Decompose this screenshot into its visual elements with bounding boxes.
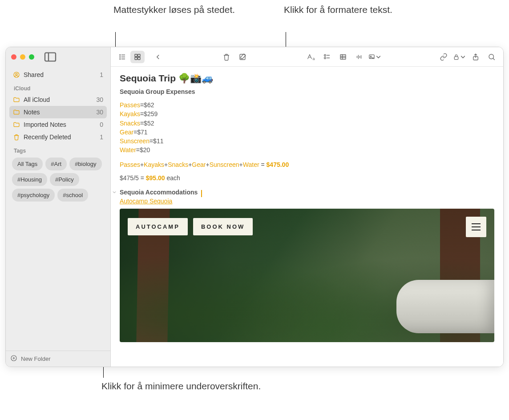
tag-biology[interactable]: #biology [69,158,101,170]
text-cursor [201,190,202,197]
external-link[interactable]: Autocamp Sequoia [120,198,172,205]
format-button[interactable]: a [304,51,318,63]
titlebar-left [6,47,110,67]
tag-housing[interactable]: #Housing [12,173,47,186]
sidebar-section-tags: Tags [14,148,103,154]
expense-list: Passes=$62 Kayaks=$259 Snacks=$52 Gear=$… [120,101,494,155]
expense-row: Sunscreen=$11 [120,137,494,145]
callout-math: Mattestykker løses på stedet. [113,4,235,16]
svg-point-18 [324,54,326,56]
svg-rect-22 [340,54,346,59]
svg-rect-15 [135,57,137,59]
close-button[interactable] [11,54,16,60]
math-formula: Passes+Kayaks+Snacks+Gear+Sunscreen+Wate… [120,161,494,168]
sidebar: Shared 1 iCloud All iCloud 30 Notes 30 [6,47,111,367]
svg-point-3 [16,73,17,75]
sidebar-item-count: 30 [96,96,103,103]
table-button[interactable] [336,51,350,63]
section-heading-text: Sequoia Accommodations [120,189,198,196]
sidebar-item-label: Imported Notes [24,121,66,128]
sidebar-item-count: 30 [96,109,103,116]
shared-icon [13,71,20,78]
note-editor[interactable]: Sequoia Trip 🌳📸🚙 Sequoia Group Expenses … [111,67,503,367]
search-button[interactable] [485,51,499,63]
sidebar-item-shared[interactable]: Shared 1 [9,69,107,81]
sidebar-item-all-icloud[interactable]: All iCloud 30 [9,93,107,106]
callout-format: Klikk for å formatere tekst. [284,4,392,16]
collapsible-heading[interactable]: Sequoia Accommodations [120,189,494,196]
delete-button[interactable] [219,51,234,63]
link-button[interactable] [436,51,451,63]
svg-point-11 [120,57,121,57]
tag-school[interactable]: #school [57,189,88,202]
new-folder-label: New Folder [21,355,50,362]
sidebar-item-imported[interactable]: Imported Notes 0 [9,118,107,131]
new-note-button[interactable] [235,51,250,63]
svg-point-12 [120,58,121,59]
new-folder-button[interactable]: New Folder [6,351,110,367]
svg-point-34 [489,54,494,59]
checklist-button[interactable] [320,51,334,63]
toolbar: a [111,47,503,67]
sidebar-section-icloud: iCloud [14,85,103,92]
note-title-text: Sequoia Trip 🌳📸🚙 [120,73,213,83]
trash-icon [13,133,20,141]
media-button[interactable] [368,51,382,63]
expense-row: Kayaks=$259 [120,109,494,118]
sidebar-item-label: Shared [24,71,44,78]
folder-icon [13,96,20,103]
svg-rect-13 [135,54,137,57]
web-attachment[interactable]: AUTOCAMP BOOK NOW [120,209,494,342]
sidebar-toggle-button[interactable] [43,51,57,63]
chevron-down-icon [112,190,117,195]
minimize-button[interactable] [20,54,25,60]
tags-list: All Tags #Art #biology #Housing #Policy … [9,156,107,203]
svg-rect-14 [138,54,140,57]
svg-line-35 [493,58,495,60]
sidebar-item-label: All iCloud [24,96,50,103]
attachment-header: AUTOCAMP BOOK NOW [128,217,486,237]
menu-icon[interactable] [466,217,486,237]
folder-icon [13,121,20,128]
tag-all[interactable]: All Tags [12,158,43,170]
per-person-line: $475/5 = $95.00 each [120,174,494,182]
sidebar-item-label: Recently Deleted [24,133,71,141]
tag-policy[interactable]: #Policy [50,173,79,186]
trailer-graphic [396,280,494,333]
svg-rect-16 [138,57,140,59]
svg-rect-32 [454,57,458,59]
zoom-button[interactable] [29,54,34,60]
share-button[interactable] [469,51,483,63]
svg-point-10 [120,54,121,55]
plus-circle-icon [10,355,17,363]
callout-collapse: Klikk for å minimere underoverskriften. [101,380,261,392]
window-controls [11,54,34,60]
app-window: Shared 1 iCloud All iCloud 30 Notes 30 [5,47,504,367]
folder-icon [13,109,20,116]
note-subheading: Sequoia Group Expenses [120,88,494,95]
tag-psychology[interactable]: #psychology [12,189,55,202]
sidebar-item-notes[interactable]: Notes 30 [9,106,107,118]
gallery-view-button[interactable] [130,51,145,63]
note-title: Sequoia Trip 🌳📸🚙 [120,73,494,84]
list-view-button[interactable] [115,51,129,63]
sidebar-content: Shared 1 iCloud All iCloud 30 Notes 30 [6,67,110,351]
expense-row: Water=$20 [120,145,494,154]
back-button[interactable] [151,51,165,63]
expense-row: Gear=$71 [120,128,494,137]
brand-badge: AUTOCAMP [128,218,188,235]
book-now-button[interactable]: BOOK NOW [193,218,253,235]
expense-row: Snacks=$52 [120,119,494,128]
expense-row: Passes=$62 [120,101,494,109]
sidebar-item-count: 1 [100,71,103,78]
svg-rect-0 [45,53,56,61]
svg-point-20 [324,57,326,59]
sidebar-item-count: 0 [100,121,103,128]
tag-art[interactable]: #Art [45,158,67,170]
sidebar-item-trash[interactable]: Recently Deleted 1 [9,131,107,143]
audio-button[interactable] [352,51,366,63]
main-area: a [111,47,503,367]
lock-button[interactable] [452,51,467,63]
sidebar-item-label: Notes [24,109,40,116]
sidebar-item-count: 1 [100,133,103,141]
